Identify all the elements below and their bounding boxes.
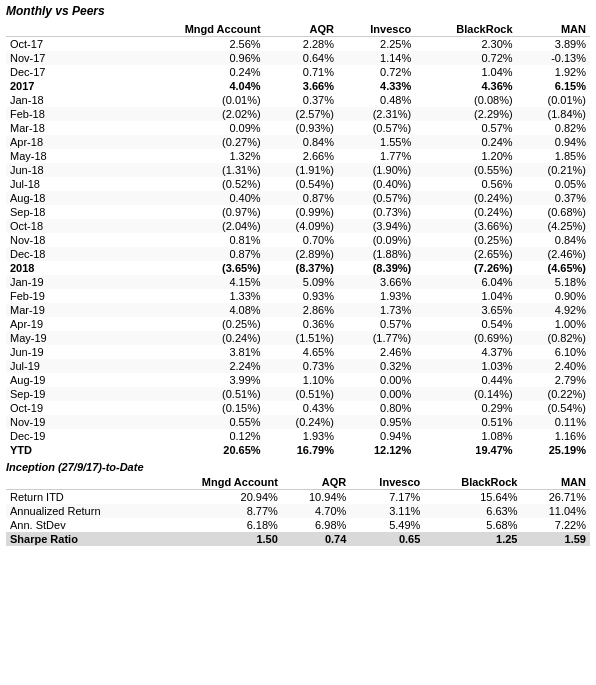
- row-value: 0.54%: [415, 317, 516, 331]
- row-label: Feb-18: [6, 107, 132, 121]
- row-value: 5.09%: [265, 275, 338, 289]
- row-value: 0.44%: [415, 373, 516, 387]
- row-value: (0.01%): [517, 93, 590, 107]
- row-label: Annualized Return: [6, 504, 155, 518]
- row-value: (2.65%): [415, 247, 516, 261]
- col-blackrock: BlackRock: [415, 22, 516, 37]
- row-value: 0.74: [282, 532, 350, 546]
- row-value: -0.13%: [517, 51, 590, 65]
- row-value: 0.24%: [415, 135, 516, 149]
- table-row: Nov-180.81%0.70%(0.09%)(0.25%)0.84%: [6, 233, 590, 247]
- table-row: Dec-190.12%1.93%0.94%1.08%1.16%: [6, 429, 590, 443]
- row-value: (0.54%): [517, 401, 590, 415]
- table-row: Feb-191.33%0.93%1.93%1.04%0.90%: [6, 289, 590, 303]
- row-value: 1.33%: [132, 289, 264, 303]
- table-row: Oct-19(0.15%)0.43%0.80%0.29%(0.54%): [6, 401, 590, 415]
- row-value: (4.25%): [517, 219, 590, 233]
- row-value: (0.82%): [517, 331, 590, 345]
- table-row: Dec-180.87%(2.89%)(1.88%)(2.65%)(2.46%): [6, 247, 590, 261]
- table-row: Nov-170.96%0.64%1.14%0.72%-0.13%: [6, 51, 590, 65]
- row-value: 4.92%: [517, 303, 590, 317]
- table-row: Feb-18(2.02%)(2.57%)(2.31%)(2.29%)(1.84%…: [6, 107, 590, 121]
- table-row: 20174.04%3.66%4.33%4.36%6.15%: [6, 79, 590, 93]
- row-value: 1.93%: [338, 289, 415, 303]
- table-row: Sharpe Ratio1.500.740.651.251.59: [6, 532, 590, 546]
- row-value: 0.05%: [517, 177, 590, 191]
- row-value: 0.00%: [338, 373, 415, 387]
- row-value: 1.73%: [338, 303, 415, 317]
- row-value: (1.77%): [338, 331, 415, 345]
- row-value: 25.19%: [517, 443, 590, 457]
- row-value: 7.17%: [350, 490, 424, 505]
- row-value: (0.68%): [517, 205, 590, 219]
- row-value: 0.84%: [265, 135, 338, 149]
- row-value: 20.65%: [132, 443, 264, 457]
- row-label: Aug-18: [6, 191, 132, 205]
- row-value: 0.43%: [265, 401, 338, 415]
- row-value: 1.00%: [517, 317, 590, 331]
- row-value: (0.51%): [132, 387, 264, 401]
- row-value: 0.80%: [338, 401, 415, 415]
- row-label: YTD: [6, 443, 132, 457]
- row-value: (0.99%): [265, 205, 338, 219]
- row-value: 0.37%: [265, 93, 338, 107]
- row-value: 1.50: [155, 532, 282, 546]
- row-value: 1.32%: [132, 149, 264, 163]
- row-value: (2.46%): [517, 247, 590, 261]
- table-row: Mar-180.09%(0.93%)(0.57%)0.57%0.82%: [6, 121, 590, 135]
- row-value: (0.15%): [132, 401, 264, 415]
- row-label: Oct-19: [6, 401, 132, 415]
- col-mngd: Mngd Account: [132, 22, 264, 37]
- row-value: (0.24%): [415, 205, 516, 219]
- row-value: 0.93%: [265, 289, 338, 303]
- row-value: 0.94%: [517, 135, 590, 149]
- row-value: 4.37%: [415, 345, 516, 359]
- row-value: (4.09%): [265, 219, 338, 233]
- inc-col-man: MAN: [521, 475, 590, 490]
- col-label: [6, 22, 132, 37]
- row-value: 3.66%: [338, 275, 415, 289]
- row-value: 1.59: [521, 532, 590, 546]
- row-label: Nov-17: [6, 51, 132, 65]
- row-value: 0.36%: [265, 317, 338, 331]
- row-value: 0.72%: [415, 51, 516, 65]
- row-value: 26.71%: [521, 490, 590, 505]
- row-value: 2.56%: [132, 37, 264, 52]
- col-invesco: Invesco: [338, 22, 415, 37]
- row-value: 0.90%: [517, 289, 590, 303]
- row-value: 19.47%: [415, 443, 516, 457]
- row-value: (1.91%): [265, 163, 338, 177]
- row-value: 8.77%: [155, 504, 282, 518]
- table-row: Dec-170.24%0.71%0.72%1.04%1.92%: [6, 65, 590, 79]
- row-value: (0.69%): [415, 331, 516, 345]
- row-label: Jul-18: [6, 177, 132, 191]
- row-label: Sep-18: [6, 205, 132, 219]
- row-value: 0.40%: [132, 191, 264, 205]
- row-value: (0.25%): [132, 317, 264, 331]
- table-row: Ann. StDev6.18%6.98%5.49%5.68%7.22%: [6, 518, 590, 532]
- row-value: 0.48%: [338, 93, 415, 107]
- row-label: May-18: [6, 149, 132, 163]
- inc-col-mngd: Mngd Account: [155, 475, 282, 490]
- row-value: 1.20%: [415, 149, 516, 163]
- row-value: 3.11%: [350, 504, 424, 518]
- row-value: (1.31%): [132, 163, 264, 177]
- row-value: 1.03%: [415, 359, 516, 373]
- table-row: Sep-18(0.97%)(0.99%)(0.73%)(0.24%)(0.68%…: [6, 205, 590, 219]
- row-value: 1.04%: [415, 289, 516, 303]
- row-value: 2.40%: [517, 359, 590, 373]
- row-label: May-19: [6, 331, 132, 345]
- row-label: Jun-19: [6, 345, 132, 359]
- table-row: Mar-194.08%2.86%1.73%3.65%4.92%: [6, 303, 590, 317]
- row-value: 0.71%: [265, 65, 338, 79]
- row-value: 0.87%: [132, 247, 264, 261]
- col-man: MAN: [517, 22, 590, 37]
- row-value: (2.57%): [265, 107, 338, 121]
- inception-label: Inception (27/9/17)-to-Date: [6, 461, 590, 473]
- row-value: 0.57%: [338, 317, 415, 331]
- row-value: 1.25: [424, 532, 521, 546]
- row-value: 2.24%: [132, 359, 264, 373]
- table-row: Apr-19(0.25%)0.36%0.57%0.54%1.00%: [6, 317, 590, 331]
- row-label: Jul-19: [6, 359, 132, 373]
- row-value: 3.66%: [265, 79, 338, 93]
